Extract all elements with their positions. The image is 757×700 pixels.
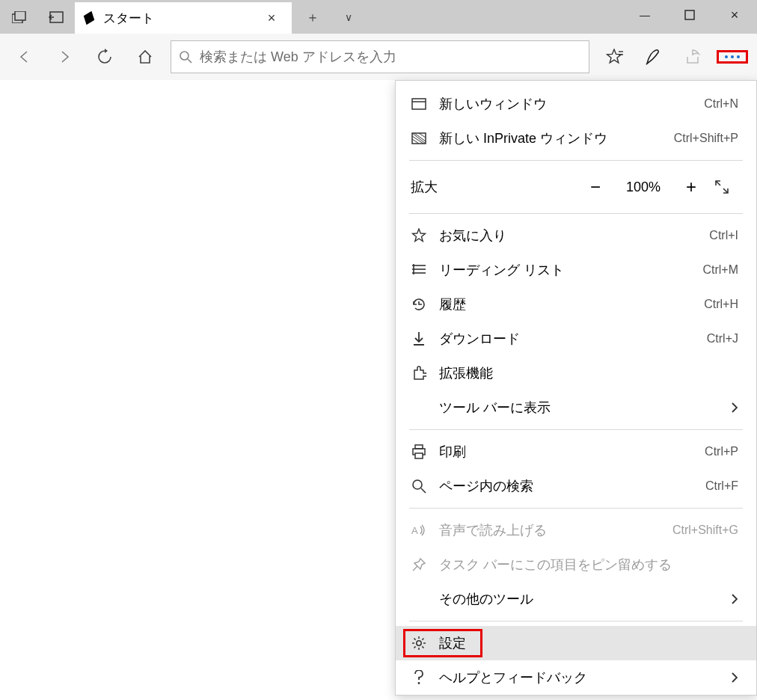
read-aloud-icon: A [409, 524, 429, 537]
inprivate-icon [409, 132, 429, 144]
menu-label: その他のツール [439, 590, 720, 608]
svg-point-21 [417, 641, 421, 645]
menu-shortcut: Ctrl+Shift+P [674, 132, 738, 145]
menu-history[interactable]: 履歴 Ctrl+H [396, 287, 756, 322]
menu-print[interactable]: 印刷 Ctrl+P [396, 435, 756, 469]
svg-line-26 [414, 639, 416, 640]
menu-label: ページ内の検索 [439, 477, 695, 495]
titlebar: スタート × ＋ ∨ — × [0, 0, 757, 34]
window-close-button[interactable]: × [712, 0, 757, 30]
settings-menu: 新しいウィンドウ Ctrl+N 新しい InPrivate ウィンドウ Ctrl… [395, 80, 757, 696]
menu-help[interactable]: ヘルプとフィードバック [396, 660, 756, 695]
menu-label: 新しいウィンドウ [439, 95, 693, 113]
content-area: 新しいウィンドウ Ctrl+N 新しい InPrivate ウィンドウ Ctrl… [0, 80, 757, 700]
new-tab-button[interactable]: ＋ [296, 0, 329, 34]
address-placeholder: 検索または Web アドレスを入力 [200, 48, 396, 66]
more-menu-highlight [717, 50, 748, 64]
menu-extensions[interactable]: 拡張機能 [396, 356, 756, 390]
svg-line-5 [188, 59, 191, 63]
svg-text:A: A [411, 525, 418, 536]
menu-shortcut: Ctrl+J [707, 332, 738, 346]
favorites-star-icon[interactable] [595, 40, 634, 74]
menu-label: お気に入り [439, 227, 699, 245]
menu-shortcut: Ctrl+N [704, 97, 738, 111]
forward-button[interactable] [45, 40, 84, 74]
menu-label: ダウンロード [439, 330, 696, 348]
chevron-right-icon [731, 672, 738, 684]
menu-downloads[interactable]: ダウンロード Ctrl+J [396, 322, 756, 356]
svg-rect-17 [415, 453, 423, 458]
share-icon[interactable] [673, 40, 712, 74]
home-button[interactable] [126, 40, 165, 74]
window-icon [409, 98, 429, 110]
pin-icon [409, 557, 429, 572]
svg-rect-8 [412, 99, 426, 109]
menu-label: ツール バーに表示 [439, 399, 720, 417]
menu-favorites[interactable]: お気に入り Ctrl+I [396, 218, 756, 253]
tab-favicon [79, 7, 99, 28]
toolbar-right [595, 40, 753, 74]
menu-label: 新しい InPrivate ウィンドウ [439, 129, 663, 147]
chevron-right-icon [731, 402, 738, 414]
menu-separator [409, 160, 743, 161]
nav-toolbar: 検索または Web アドレスを入力 [0, 34, 757, 80]
menu-shortcut: Ctrl+F [705, 479, 738, 493]
menu-other-tools[interactable]: その他のツール [396, 582, 756, 616]
menu-find[interactable]: ページ内の検索 Ctrl+F [396, 469, 756, 503]
ellipsis-icon [725, 55, 740, 58]
svg-line-19 [421, 488, 426, 493]
menu-label: 設定 [439, 634, 738, 652]
tab-title: スタート [103, 10, 254, 27]
menu-shortcut: Ctrl+M [702, 263, 738, 277]
print-icon [409, 444, 429, 459]
help-icon [409, 670, 429, 685]
menu-label: 音声で読み上げる [439, 521, 662, 539]
search-icon [409, 479, 429, 494]
menu-shortcut: Ctrl+P [705, 445, 738, 458]
svg-rect-3 [685, 10, 694, 19]
zoom-value: 100% [619, 179, 668, 195]
fullscreen-button[interactable] [714, 179, 740, 194]
tab-preview-icon[interactable] [1, 0, 37, 34]
menu-label: 履歴 [439, 295, 693, 313]
set-aside-tabs-icon[interactable] [37, 0, 73, 34]
svg-point-30 [418, 682, 420, 684]
menu-new-inprivate[interactable]: 新しい InPrivate ウィンドウ Ctrl+Shift+P [396, 121, 756, 156]
notes-pen-icon[interactable] [634, 40, 673, 74]
star-icon [409, 228, 429, 243]
minimize-button[interactable]: — [622, 0, 667, 30]
menu-separator [409, 213, 743, 214]
reading-list-icon [409, 264, 429, 276]
new-tab-chevron-icon[interactable]: ∨ [332, 0, 365, 34]
zoom-in-button[interactable]: + [675, 176, 707, 197]
refresh-button[interactable] [85, 40, 124, 74]
svg-line-27 [422, 646, 423, 648]
history-icon [409, 297, 429, 312]
menu-new-window[interactable]: 新しいウィンドウ Ctrl+N [396, 87, 756, 121]
menu-pin-taskbar: タスク バーにこの項目をピン留めする [396, 547, 756, 582]
chevron-right-icon [731, 593, 738, 605]
window-controls: — × [622, 0, 757, 30]
menu-label: リーディング リスト [439, 261, 692, 279]
menu-separator [409, 429, 743, 430]
menu-zoom-row: 拡大 − 100% + [396, 165, 756, 209]
tab-action-buttons [0, 0, 75, 34]
menu-settings[interactable]: 設定 [396, 626, 756, 660]
download-icon [409, 331, 429, 346]
menu-reading-list[interactable]: リーディング リスト Ctrl+M [396, 253, 756, 287]
menu-label: 拡張機能 [439, 364, 738, 382]
zoom-out-button[interactable]: − [580, 176, 611, 197]
back-button[interactable] [4, 40, 43, 74]
tab-close-icon[interactable]: × [260, 10, 283, 26]
browser-tab[interactable]: スタート × [75, 2, 292, 34]
menu-separator [409, 508, 743, 509]
menu-label: タスク バーにこの項目をピン留めする [439, 556, 738, 574]
menu-label: ヘルプとフィードバック [439, 669, 720, 687]
svg-rect-1 [15, 11, 25, 20]
menu-label: 印刷 [439, 443, 694, 461]
menu-show-in-toolbar[interactable]: ツール バーに表示 [396, 390, 756, 425]
more-menu-button[interactable] [712, 40, 753, 74]
address-bar[interactable]: 検索または Web アドレスを入力 [171, 40, 589, 73]
svg-point-18 [413, 480, 422, 489]
maximize-button[interactable] [667, 0, 712, 30]
